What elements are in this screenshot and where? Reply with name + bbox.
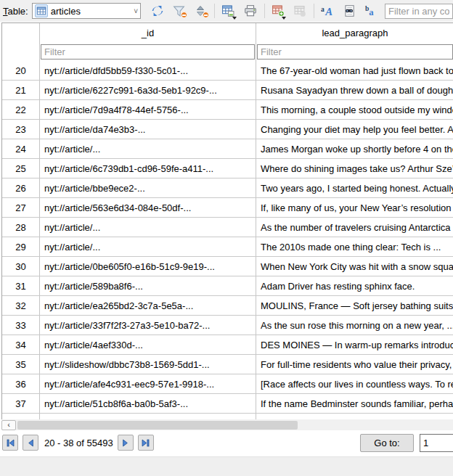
cell-id[interactable]: nyt://article/4aef330d-... bbox=[40, 335, 256, 354]
cell-id[interactable]: nyt://article/7d9a4f78-44ef-5756-... bbox=[40, 100, 256, 119]
table-select[interactable]: articles ˅ bbox=[32, 3, 141, 19]
cell-lead-paragraph[interactable]: Adam Driver has resting sphinx face. bbox=[256, 276, 453, 295]
cell-id[interactable]: nyt://article/... bbox=[40, 139, 256, 158]
cell-id[interactable]: nyt://article/da74e3b3-... bbox=[40, 120, 256, 139]
cell-lead-paragraph[interactable]: The 67-year-old woman had just flown bac… bbox=[256, 61, 453, 80]
horizontal-scrollbar[interactable]: ‹ bbox=[1, 419, 453, 430]
row-number: 30 bbox=[2, 257, 40, 276]
table-row[interactable]: 31 nyt://article/589ba8f6-... Adam Drive… bbox=[2, 276, 453, 296]
row-number: 27 bbox=[2, 198, 40, 217]
cell-id[interactable]: nyt://article/6c739db1-cd96-59fe-a411-..… bbox=[40, 159, 256, 178]
cell-id[interactable]: nyt://article/bbe9ece2-... bbox=[40, 178, 256, 197]
remove-badge-icon bbox=[181, 12, 187, 18]
dropdown-arrow-icon bbox=[282, 17, 286, 20]
row-number: 29 bbox=[2, 237, 40, 256]
cell-lead-paragraph[interactable]: Two years ago, I started being honest. A… bbox=[256, 178, 453, 197]
cell-id[interactable]: nyt://slideshow/dbbc73b8-1569-5dd1-... bbox=[40, 355, 256, 374]
goto-page-input[interactable] bbox=[420, 434, 453, 452]
clear-sort-button[interactable] bbox=[191, 2, 210, 20]
table-row[interactable]: 33 nyt://article/33f7f2f3-27a3-5e10-ba72… bbox=[2, 316, 453, 335]
cell-lead-paragraph[interactable]: This morning, a couple stood outside my … bbox=[256, 100, 453, 119]
cell-lead-paragraph[interactable]: As the sun rose this morning on a new ye… bbox=[256, 316, 453, 335]
column-header-lead-paragraph[interactable]: lead_paragraph bbox=[256, 23, 453, 43]
cell-lead-paragraph[interactable]: Changing your diet may help you feel bet… bbox=[256, 120, 453, 139]
cell-id[interactable]: nyt://article/0be605f0-e16b-51c9-9e19-..… bbox=[40, 257, 256, 276]
cell-lead-paragraph[interactable]: When New York City was hit with a snow s… bbox=[256, 257, 453, 276]
toolbar-separator bbox=[314, 4, 314, 18]
table-row[interactable]: 20 nyt://article/dfd5bb59-f330-5c01-... … bbox=[2, 61, 453, 81]
table-row[interactable]: 36 nyt://article/afe4c931-eec9-57e1-9918… bbox=[2, 374, 453, 394]
export-grid-button[interactable] bbox=[219, 2, 238, 20]
global-filter-input[interactable] bbox=[385, 4, 453, 19]
row-number: 33 bbox=[2, 316, 40, 335]
scroll-left-button[interactable]: ‹ bbox=[1, 420, 16, 430]
find-button[interactable] bbox=[340, 2, 359, 20]
toolbar: Table: articles ˅ bbox=[0, 0, 453, 22]
cell-lead-paragraph[interactable]: James Morgan woke up shortly before 4 on… bbox=[256, 139, 453, 158]
font-button[interactable]: a A bbox=[319, 2, 338, 20]
cell-id[interactable]: nyt://article/... bbox=[40, 218, 256, 237]
cell-lead-paragraph[interactable]: DES MOINES — In warm-up remarks introduc… bbox=[256, 335, 453, 354]
cell-lead-paragraph[interactable]: [Race affects our lives in countless way… bbox=[256, 374, 453, 393]
table-row[interactable]: 37 nyt://article/51cb8f6a-ba0b-5af3-... … bbox=[2, 394, 453, 414]
remove-badge-icon bbox=[203, 12, 209, 18]
refresh-button[interactable] bbox=[148, 2, 167, 20]
cell-id[interactable]: nyt://article/33f7f2f3-27a3-5e10-ba72-..… bbox=[40, 316, 256, 335]
row-number-header bbox=[2, 23, 40, 43]
print-icon bbox=[244, 4, 257, 17]
cell-lead-paragraph[interactable]: Where do shining images take us? Arthur … bbox=[256, 159, 453, 178]
cell-id[interactable]: nyt://article/563e6d34-084e-50df-... bbox=[40, 198, 256, 217]
cell-id[interactable]: nyt://article/51cb8f6a-ba0b-5af3-... bbox=[40, 394, 256, 413]
table-row[interactable]: 25 nyt://article/6c739db1-cd96-59fe-a411… bbox=[2, 159, 453, 178]
first-page-icon bbox=[6, 438, 15, 448]
cell-lead-paragraph[interactable]: MOULINS, France — Soft jersey bathing su… bbox=[256, 296, 453, 315]
table-row[interactable]: 27 nyt://article/563e6d34-084e-50df-... … bbox=[2, 198, 453, 218]
find-icon bbox=[343, 4, 356, 17]
previous-page-button[interactable] bbox=[23, 435, 38, 451]
cell-id[interactable]: nyt://article/6227c991-6a3d-5eb1-92c9-..… bbox=[40, 81, 256, 99]
data-grid: _id lead_paragraph 20 nyt://article/dfd5… bbox=[1, 22, 453, 433]
filter-input-id[interactable] bbox=[41, 44, 255, 60]
toolbar-separator bbox=[214, 4, 215, 18]
clear-filter-button[interactable] bbox=[170, 2, 189, 20]
grid-header-row: _id lead_paragraph bbox=[2, 23, 453, 43]
table-row[interactable]: 23 nyt://article/da74e3b3-... Changing y… bbox=[2, 120, 453, 139]
cell-id[interactable]: nyt://article/dfd5bb59-f330-5c01-... bbox=[40, 61, 256, 80]
scrollbar-thumb[interactable] bbox=[17, 421, 298, 430]
filter-input-lead-paragraph[interactable] bbox=[257, 44, 453, 60]
table-row[interactable]: 26 nyt://article/bbe9ece2-... Two years … bbox=[2, 178, 453, 198]
table-row[interactable]: 32 nyt://article/ea265bd2-3c7a-5e5a-... … bbox=[2, 296, 453, 316]
cell-lead-paragraph[interactable]: The 2010s made one thing clear: Tech is … bbox=[256, 237, 453, 256]
replace-button[interactable]: b a bbox=[362, 2, 380, 20]
cell-id[interactable]: nyt://article/ea265bd2-3c7a-5e5a-... bbox=[40, 296, 256, 315]
row-range-text: 20 - 38 of 55493 bbox=[44, 438, 113, 448]
insert-row-button[interactable] bbox=[269, 2, 288, 20]
last-page-button[interactable] bbox=[138, 435, 154, 451]
table-row[interactable]: 34 nyt://article/4aef330d-... DES MOINES… bbox=[2, 335, 453, 355]
table-row[interactable]: 28 nyt://article/... As the number of tr… bbox=[2, 218, 453, 237]
last-page-icon bbox=[141, 438, 150, 448]
cell-lead-paragraph[interactable]: Rusana Sayadyan threw down a ball of dou… bbox=[256, 81, 453, 99]
table-row[interactable]: 22 nyt://article/7d9a4f78-44ef-5756-... … bbox=[2, 100, 453, 120]
cell-lead-paragraph[interactable]: If the name Bedminster sounds familiar, … bbox=[256, 394, 453, 413]
table-row[interactable]: 30 nyt://article/0be605f0-e16b-51c9-9e19… bbox=[2, 257, 453, 276]
row-number: 32 bbox=[2, 296, 40, 315]
print-button[interactable] bbox=[241, 2, 260, 20]
next-page-icon bbox=[121, 438, 130, 448]
table-row[interactable]: 29 nyt://article/... The 2010s made one … bbox=[2, 237, 453, 257]
goto-button[interactable]: Go to: bbox=[360, 434, 414, 452]
cell-lead-paragraph[interactable]: If, like many of us, your New Year’s res… bbox=[256, 198, 453, 217]
table-select-value: articles bbox=[51, 6, 133, 17]
cell-id[interactable]: nyt://article/... bbox=[40, 237, 256, 256]
first-page-button[interactable] bbox=[2, 435, 18, 451]
cell-lead-paragraph[interactable]: As the number of travelers cruising Anta… bbox=[256, 218, 453, 237]
cell-id[interactable]: nyt://article/589ba8f6-... bbox=[40, 276, 256, 295]
table-row[interactable]: 21 nyt://article/6227c991-6a3d-5eb1-92c9… bbox=[2, 81, 453, 100]
table-row[interactable]: 24 nyt://article/... James Morgan woke u… bbox=[2, 139, 453, 159]
cell-lead-paragraph[interactable]: For full-time residents who value their … bbox=[256, 355, 453, 374]
cell-id[interactable]: nyt://article/afe4c931-eec9-57e1-9918-..… bbox=[40, 374, 256, 393]
font-icon: a A bbox=[321, 4, 335, 17]
table-row[interactable]: 35 nyt://slideshow/dbbc73b8-1569-5dd1-..… bbox=[2, 355, 453, 374]
column-header-id[interactable]: _id bbox=[40, 23, 256, 43]
next-page-button[interactable] bbox=[118, 435, 134, 451]
